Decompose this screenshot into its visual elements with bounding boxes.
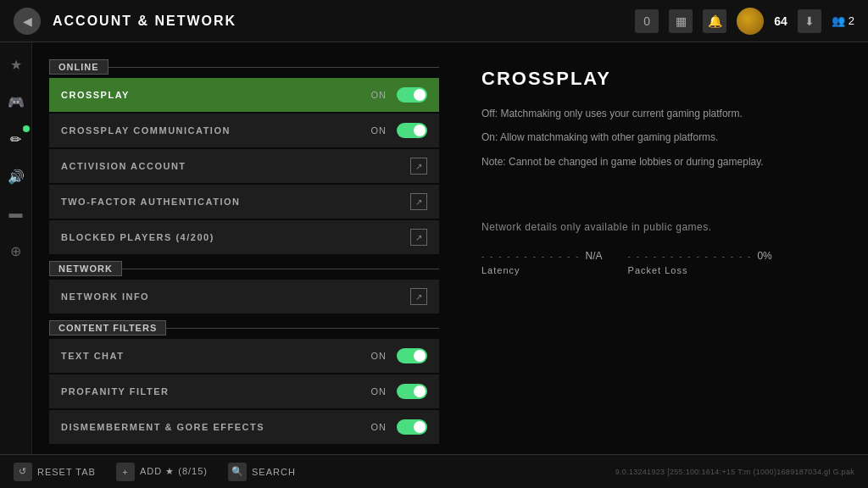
menu-icon[interactable]: ▦ <box>669 9 693 33</box>
back-button[interactable]: ◀ <box>14 8 41 35</box>
text-chat-toggle[interactable] <box>397 348 427 363</box>
network-msg: Network details only available in public… <box>481 221 843 233</box>
add-action[interactable]: + ADD ★ (8/15) <box>116 463 208 481</box>
right-panel: CROSSPLAY Off: Matchmaking only uses you… <box>456 42 868 454</box>
section-network-header: NETWORK <box>49 261 439 276</box>
row-text-chat[interactable]: TEXT CHAT ON <box>49 339 439 373</box>
section-network-label: NETWORK <box>49 261 122 276</box>
row-network-info[interactable]: NETWORK INFO ↗ <box>49 280 439 313</box>
detail-desc-off: Off: Matchmaking only uses your current … <box>481 105 843 122</box>
download-icon[interactable]: ⬇ <box>798 9 821 33</box>
packetloss-value: 0% <box>757 250 771 262</box>
zero-badge: 0 <box>635 9 659 33</box>
gore-effects-label: DISMEMBERMENT & GORE EFFECTS <box>61 422 371 432</box>
section-content-filters-label: CONTENT FILTERS <box>49 320 166 336</box>
profanity-filter-value: ON <box>371 386 387 396</box>
packetloss-label: Packet Loss <box>628 265 772 275</box>
network-stats: - - - - - - - - - - - - N/A Latency - - … <box>481 250 843 275</box>
gore-effects-toggle[interactable] <box>397 419 427 435</box>
detail-title: CROSSPLAY <box>481 68 843 90</box>
packetloss-block: - - - - - - - - - - - - - - - 0% Packet … <box>628 250 772 275</box>
crossplay-communication-toggle[interactable] <box>397 123 427 138</box>
row-profanity-filter[interactable]: PROFANITY FILTER ON <box>49 374 439 408</box>
section-online-header: ONLINE <box>49 59 439 75</box>
sidebar: ★ 🎮 ✏ 🔊 ▬ ⊕ <box>0 42 32 454</box>
section-online: ONLINE CROSSPLAY ON CROSSPLAY COMMUNICAT… <box>49 59 439 254</box>
crossplay-label: CROSSPLAY <box>61 90 371 100</box>
section-online-line <box>108 67 439 68</box>
back-icon: ◀ <box>23 14 32 28</box>
bottom-bar: ↺ RESET TAB + ADD ★ (8/15) 🔍 SEARCH 9.0.… <box>0 454 868 488</box>
profanity-filter-label: PROFANITY FILTER <box>61 386 371 396</box>
detail-note: Note: Cannot be changed in game lobbies … <box>481 153 843 170</box>
crossplay-communication-label: CROSSPLAY COMMUNICATION <box>61 125 371 136</box>
section-content-filters: CONTENT FILTERS TEXT CHAT ON PROFANITY F… <box>49 320 439 444</box>
section-online-label: ONLINE <box>49 59 108 75</box>
row-blocked-players[interactable]: BLOCKED PLAYERS (4/200) ↗ <box>49 220 439 254</box>
row-activision-account[interactable]: ACTIVISION ACCOUNT ↗ <box>49 149 439 183</box>
players-number: 2 <box>849 14 854 27</box>
search-action[interactable]: 🔍 SEARCH <box>228 463 296 481</box>
players-icon: 👥 <box>832 14 845 27</box>
row-crossplay-communication[interactable]: CROSSPLAY COMMUNICATION ON <box>49 114 439 147</box>
latency-value: N/A <box>586 250 603 262</box>
player-count: 👥 2 <box>832 14 854 27</box>
search-icon: 🔍 <box>228 463 247 481</box>
blocked-players-link-icon: ↗ <box>410 229 427 246</box>
row-gore-effects[interactable]: DISMEMBERMENT & GORE EFFECTS ON <box>49 410 439 444</box>
crossplay-value: ON <box>371 90 387 100</box>
gore-effects-value: ON <box>371 422 387 432</box>
latency-label: Latency <box>481 265 603 275</box>
sidebar-item-network[interactable]: ⊕ <box>4 239 28 263</box>
text-chat-label: TEXT CHAT <box>61 351 371 361</box>
activision-account-link-icon: ↗ <box>410 158 427 175</box>
avatar <box>737 8 764 35</box>
row-crossplay[interactable]: CROSSPLAY ON <box>49 78 439 112</box>
bell-icon[interactable]: 🔔 <box>703 9 726 33</box>
two-factor-label: TWO-FACTOR AUTHENTICATION <box>61 197 410 207</box>
sidebar-item-volume[interactable]: 🔊 <box>4 164 28 188</box>
two-factor-link-icon: ↗ <box>410 193 427 210</box>
latency-block: - - - - - - - - - - - - N/A Latency <box>481 250 603 275</box>
crossplay-communication-value: ON <box>371 125 387 136</box>
main-content: ONLINE CROSSPLAY ON CROSSPLAY COMMUNICAT… <box>32 42 868 454</box>
top-bar-right: 0 ▦ 🔔 64 ⬇ 👥 2 <box>635 8 854 35</box>
left-panel: ONLINE CROSSPLAY ON CROSSPLAY COMMUNICAT… <box>32 42 456 454</box>
text-chat-value: ON <box>371 351 387 361</box>
sidebar-item-star[interactable]: ★ <box>4 53 28 76</box>
row-two-factor[interactable]: TWO-FACTOR AUTHENTICATION ↗ <box>49 185 439 219</box>
search-label: SEARCH <box>252 467 296 477</box>
sidebar-item-list[interactable]: ▬ <box>4 202 28 225</box>
section-network: NETWORK NETWORK INFO ↗ <box>49 261 439 313</box>
top-bar: ◀ ACCOUNT & NETWORK 0 ▦ 🔔 64 ⬇ 👥 2 <box>0 0 868 42</box>
network-info-label: NETWORK INFO <box>61 291 410 302</box>
crossplay-toggle[interactable] <box>397 87 427 103</box>
activision-account-label: ACTIVISION ACCOUNT <box>61 161 410 171</box>
add-icon: + <box>116 463 135 481</box>
reset-tab-icon: ↺ <box>14 463 32 481</box>
section-content-filters-header: CONTENT FILTERS <box>49 320 439 336</box>
section-content-filters-line <box>166 328 439 329</box>
reset-tab-action[interactable]: ↺ RESET TAB <box>14 463 96 481</box>
reset-tab-label: RESET TAB <box>37 467 96 477</box>
coin-count: 64 <box>774 14 787 28</box>
latency-dashes: - - - - - - - - - - - - <box>481 252 581 261</box>
page-title: ACCOUNT & NETWORK <box>53 14 236 29</box>
add-label: ADD ★ (8/15) <box>140 466 208 477</box>
profanity-filter-toggle[interactable] <box>397 384 427 399</box>
detail-desc-on: On: Allow matchmaking with other gaming … <box>481 129 843 146</box>
blocked-players-label: BLOCKED PLAYERS (4/200) <box>61 232 410 242</box>
packetloss-dashes: - - - - - - - - - - - - - - - <box>628 252 753 261</box>
sidebar-item-controller[interactable]: 🎮 <box>4 90 28 114</box>
version-text: 9.0.13241923 [255:100:1614:+15 T:m (1000… <box>615 468 854 476</box>
network-info-link-icon: ↗ <box>410 288 427 305</box>
sidebar-item-pencil[interactable]: ✏ <box>4 127 28 151</box>
section-network-line <box>122 269 439 269</box>
